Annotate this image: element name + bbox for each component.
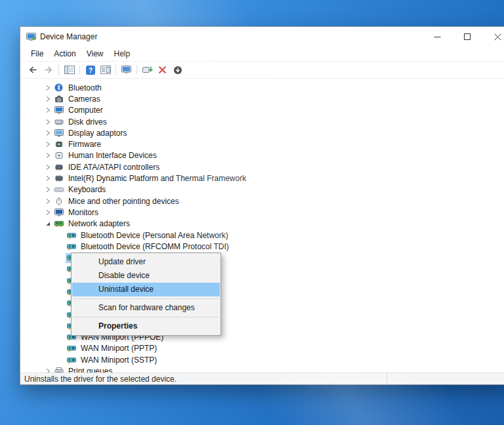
tree-item-wan-miniport-pptp[interactable]: WAN Miniport (PPTP): [20, 343, 504, 354]
tree-item-label: Print queues: [67, 367, 114, 373]
toolbar-help-button[interactable]: ?: [83, 63, 98, 77]
netadapter-icon: [67, 231, 77, 239]
tree-item-label: Network adapters: [67, 219, 131, 228]
chevron-expanded-icon[interactable]: [43, 220, 53, 228]
tree-item-label: Bluetooth Device (Personal Area Network): [79, 231, 230, 240]
hid-icon: [54, 152, 64, 160]
chevron-collapsed-icon[interactable]: [43, 174, 53, 183]
tree-item-bluetooth-device-personal-area-network[interactable]: Bluetooth Device (Personal Area Network): [20, 230, 504, 241]
tree-item-firmware[interactable]: Firmware: [20, 138, 504, 150]
update-driver-icon: [142, 66, 153, 74]
device-manager-icon: [26, 33, 36, 41]
toolbar-console-tree-button[interactable]: [62, 63, 77, 77]
tree-item-content: Bluetooth Device (RFCOMM Protocol TDI): [66, 241, 232, 252]
minimize-button[interactable]: [422, 27, 452, 47]
tree-item-print-queues[interactable]: Print queues: [20, 365, 504, 373]
tree-item-disk-drives[interactable]: Disk drives: [20, 116, 504, 127]
chevron-collapsed-icon[interactable]: [43, 83, 53, 92]
context-menu-item-uninstall-device[interactable]: Uninstall device: [72, 283, 220, 296]
computer-icon: [54, 106, 64, 115]
tree-item-content: Firmware: [53, 139, 104, 150]
menu-action[interactable]: Action: [49, 47, 81, 60]
close-icon: [494, 33, 501, 41]
close-button[interactable]: [482, 27, 504, 47]
desktop-background: Device Manager FileActionViewHelp ? Blue…: [0, 0, 504, 425]
tree-item-content: Intel(R) Dynamic Platform and Thermal Fr…: [53, 173, 249, 184]
chevron-collapsed-icon[interactable]: [43, 152, 53, 160]
expander-spacer: [55, 254, 66, 262]
forward-icon: [43, 66, 53, 74]
tree-item-intel-r-dynamic-platform-and-thermal-framework[interactable]: Intel(R) Dynamic Platform and Thermal Fr…: [20, 172, 504, 184]
toolbar-update-driver-button[interactable]: [140, 63, 155, 77]
tree-item-label: Display adaptors: [67, 129, 128, 138]
context-menu-item-scan-for-hardware-changes[interactable]: Scan for hardware changes: [72, 301, 220, 315]
menu-file[interactable]: File: [26, 47, 49, 60]
netadapter-icon: [67, 355, 77, 364]
chevron-collapsed-icon[interactable]: [43, 163, 53, 171]
bluetooth-icon: [54, 83, 64, 92]
tree-item-keyboards[interactable]: Keyboards: [20, 184, 504, 195]
chevron-collapsed-icon[interactable]: [43, 94, 53, 103]
toolbar-devices-button[interactable]: [119, 63, 134, 77]
toolbar-back-button[interactable]: [26, 63, 41, 77]
tree-item-label: Bluetooth Device (RFCOMM Protocol TDI): [79, 242, 230, 251]
tree-item-human-interface-devices[interactable]: Human Interface Devices: [20, 150, 504, 161]
toolbar-disable-device-button[interactable]: [170, 63, 185, 77]
tree-item-content: Keyboards: [53, 184, 108, 195]
netadapter-icon: [67, 242, 77, 251]
caption-buttons: [422, 27, 504, 47]
tree-item-mice-and-other-pointing-devices[interactable]: Mice and other pointing devices: [20, 195, 504, 207]
chevron-collapsed-icon[interactable]: [43, 129, 53, 137]
status-bar: Uninstalls the driver for the selected d…: [20, 373, 504, 384]
maximize-button[interactable]: [452, 27, 482, 47]
menu-bar: FileActionViewHelp: [20, 47, 504, 62]
camera-icon: [54, 94, 64, 103]
chip-icon: [54, 174, 64, 183]
tree-item-bluetooth[interactable]: Bluetooth: [20, 82, 504, 93]
chevron-collapsed-icon[interactable]: [43, 106, 53, 115]
context-menu-item-disable-device[interactable]: Disable device: [72, 269, 220, 283]
tree-item-label: Firmware: [67, 140, 102, 149]
tree-item-label: Computer: [67, 106, 104, 115]
toolbar-properties-button[interactable]: [98, 63, 113, 77]
tree-item-computer[interactable]: Computer: [20, 105, 504, 116]
tree-item-cameras[interactable]: Cameras: [20, 93, 504, 104]
context-menu-item-properties[interactable]: Properties: [72, 319, 220, 333]
help-icon: ?: [86, 66, 95, 75]
expander-spacer: [55, 310, 66, 319]
expander-spacer: [55, 276, 66, 285]
chip-icon: [54, 163, 64, 171]
tree-item-network-adapters[interactable]: Network adapters: [20, 218, 504, 230]
tree-item-content: Monitors: [53, 207, 101, 218]
network-icon: [54, 220, 64, 228]
chevron-collapsed-icon[interactable]: [43, 197, 53, 205]
expander-spacer: [55, 231, 66, 239]
title-bar[interactable]: Device Manager: [20, 27, 504, 47]
tree-item-label: WAN Miniport (PPTP): [79, 344, 158, 353]
tree-item-wan-miniport-sstp[interactable]: WAN Miniport (SSTP): [20, 354, 504, 365]
chevron-collapsed-icon[interactable]: [43, 367, 53, 373]
monitor-icon: [54, 208, 64, 216]
expander-spacer: [55, 321, 66, 330]
menu-separator: [73, 317, 219, 317]
expander-spacer: [55, 287, 66, 296]
menu-view[interactable]: View: [81, 47, 109, 60]
chevron-collapsed-icon[interactable]: [43, 186, 53, 194]
tree-item-display-adaptors[interactable]: Display adaptors: [20, 127, 504, 138]
tree-item-label: Monitors: [67, 208, 100, 217]
chevron-collapsed-icon[interactable]: [43, 140, 53, 149]
tree-item-label: WAN Miniport (SSTP): [79, 355, 158, 365]
toolbar-uninstall-button[interactable]: [155, 63, 170, 77]
menu-help[interactable]: Help: [109, 47, 136, 60]
toolbar-forward-button[interactable]: [41, 63, 56, 77]
chevron-collapsed-icon[interactable]: [43, 208, 53, 216]
tree-item-label: Mice and other pointing devices: [67, 197, 180, 206]
tree-item-monitors[interactable]: Monitors: [20, 207, 504, 218]
uninstall-icon: [158, 66, 167, 74]
display-icon: [54, 129, 64, 137]
context-menu-item-update-driver[interactable]: Update driver: [72, 255, 220, 269]
chevron-collapsed-icon[interactable]: [43, 117, 53, 126]
tree-item-ide-ata-atapi-controllers[interactable]: IDE ATA/ATAPI controllers: [20, 161, 504, 172]
tree-item-bluetooth-device-rfcomm-protocol-tdi[interactable]: Bluetooth Device (RFCOMM Protocol TDI): [20, 241, 504, 252]
tree-item-content: Display adaptors: [53, 128, 129, 138]
